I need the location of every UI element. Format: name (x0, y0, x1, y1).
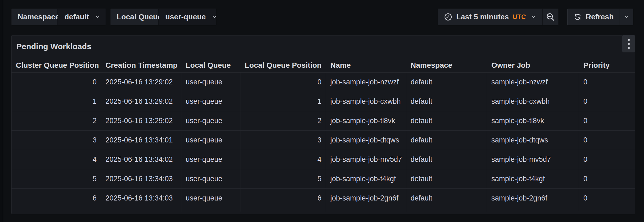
panel-header: Pending Workloads (12, 35, 635, 58)
kebab-dot (628, 39, 630, 41)
namespace-variable-dropdown[interactable]: default (58, 9, 106, 25)
cell-priority: 0 (579, 92, 635, 111)
cell-local-queue: user-queue (181, 73, 240, 92)
cell-priority: 0 (579, 131, 635, 150)
table-row: 62025-06-16 13:34:03user-queue6job-sampl… (12, 189, 635, 208)
cell-name: job-sample-job-dtqws (326, 131, 406, 150)
kebab-dot (628, 47, 630, 49)
namespace-variable-label: Namespace (12, 9, 58, 25)
cell-local-queue: user-queue (181, 131, 240, 150)
cell-name: job-sample-job-tl8vk (326, 111, 406, 130)
cell-local-queue: user-queue (181, 169, 240, 188)
cell-name: job-sample-job-mv5d7 (326, 150, 406, 169)
filler-cell (240, 208, 326, 212)
toolbar-right-group: Last 5 minutes UTC (438, 9, 633, 25)
cell-namespace: default (406, 131, 487, 150)
refresh-interval-dropdown-button[interactable] (620, 9, 633, 25)
cell-local-queue-position: 2 (240, 111, 326, 130)
table-row: 02025-06-16 13:29:02user-queue0job-sampl… (12, 73, 635, 92)
filler-cell (406, 208, 487, 212)
cell-local-queue: user-queue (181, 92, 240, 111)
cell-creation-timestamp: 2025-06-16 13:29:02 (101, 92, 181, 111)
table-body: 02025-06-16 13:29:02user-queue0job-sampl… (12, 73, 635, 212)
timezone-badge: UTC (513, 13, 526, 21)
clock-icon (444, 13, 452, 21)
cell-priority: 0 (579, 150, 635, 169)
refresh-button-label: Refresh (586, 13, 614, 21)
cell-cluster-queue-position: 1 (12, 92, 101, 111)
table-row: 52025-06-16 13:34:03user-queue5job-sampl… (12, 169, 635, 189)
column-header-creation-timestamp[interactable]: Creation Timestamp (101, 58, 181, 72)
refresh-icon (573, 13, 582, 21)
cell-cluster-queue-position: 3 (12, 131, 101, 150)
column-header-cluster-queue-position[interactable]: Cluster Queue Position (12, 58, 101, 72)
cell-namespace: default (406, 73, 487, 92)
cell-name: job-sample-job-2gn6f (326, 189, 406, 208)
table-row: 32025-06-16 13:34:01user-queue3job-sampl… (12, 131, 635, 150)
table-grid-filler (12, 208, 635, 212)
cell-namespace: default (406, 169, 487, 188)
cell-owner-job: sample-job-2gn6f (487, 189, 579, 208)
column-header-namespace[interactable]: Namespace (406, 58, 487, 72)
cell-cluster-queue-position: 6 (12, 189, 101, 208)
cell-namespace: default (406, 150, 487, 169)
cell-local-queue-position: 0 (240, 73, 326, 92)
table-row: 42025-06-16 13:34:02user-queue4job-sampl… (12, 150, 635, 169)
cell-creation-timestamp: 2025-06-16 13:29:02 (101, 111, 181, 130)
column-header-local-queue[interactable]: Local Queue (181, 58, 240, 72)
cell-cluster-queue-position: 5 (12, 169, 101, 188)
cell-name: job-sample-job-t4kgf (326, 169, 406, 188)
local-queue-variable-dropdown[interactable]: user-queue (159, 9, 216, 25)
cell-creation-timestamp: 2025-06-16 13:29:02 (101, 73, 181, 92)
cell-local-queue: user-queue (181, 189, 240, 208)
cell-local-queue-position: 1 (240, 92, 326, 111)
table-row: 12025-06-16 13:29:02user-queue1job-sampl… (12, 92, 635, 111)
local-queue-variable-label: Local Queue (111, 9, 159, 25)
cell-priority: 0 (579, 169, 635, 188)
column-header-local-queue-position[interactable]: Local Queue Position (240, 58, 326, 72)
chevron-down-icon (531, 14, 536, 20)
chevron-down-icon (212, 14, 216, 20)
cell-local-queue: user-queue (181, 150, 240, 169)
time-controls-group: Last 5 minutes UTC (438, 9, 558, 25)
namespace-variable-value: default (64, 13, 89, 21)
local-queue-variable-control: Local Queue user-queue (111, 9, 216, 25)
column-header-priority[interactable]: Priority (579, 58, 635, 72)
page-left-edge (0, 0, 3, 222)
table-header-row: Cluster Queue PositionCreation Timestamp… (12, 58, 635, 73)
cell-name: job-sample-job-nzwzf (326, 73, 406, 92)
filler-cell (579, 208, 635, 212)
cell-owner-job: sample-job-t4kgf (487, 169, 579, 188)
kebab-dot (628, 43, 630, 45)
local-queue-variable-value: user-queue (165, 13, 206, 21)
column-header-owner-job[interactable]: Owner Job (487, 58, 579, 72)
cell-owner-job: sample-job-dtqws (487, 131, 579, 150)
cell-local-queue: user-queue (181, 111, 240, 130)
filler-cell (326, 208, 406, 212)
refresh-button[interactable]: Refresh (568, 9, 620, 25)
cell-owner-job: sample-job-nzwzf (487, 73, 579, 92)
pending-workloads-panel: Pending Workloads Cluster Queue Position… (11, 35, 635, 214)
filler-cell (487, 208, 579, 212)
cell-creation-timestamp: 2025-06-16 13:34:03 (101, 169, 181, 188)
time-range-picker-button[interactable]: Last 5 minutes UTC (438, 9, 542, 25)
filler-cell (181, 208, 240, 212)
magnifier-minus-icon (546, 12, 555, 22)
cell-cluster-queue-position: 4 (12, 150, 101, 169)
workloads-table: Cluster Queue PositionCreation Timestamp… (12, 58, 635, 212)
zoom-out-time-range-button[interactable] (543, 9, 558, 25)
column-header-name[interactable]: Name (326, 58, 406, 72)
cell-namespace: default (406, 111, 487, 130)
cell-priority: 0 (579, 111, 635, 130)
panel-menu-button[interactable] (622, 35, 635, 52)
cell-owner-job: sample-job-mv5d7 (487, 150, 579, 169)
cell-local-queue-position: 5 (240, 169, 326, 188)
refresh-controls-group: Refresh (567, 9, 633, 25)
namespace-variable-control: Namespace default (12, 9, 106, 25)
cell-name: job-sample-job-cxwbh (326, 92, 406, 111)
panel-title: Pending Workloads (16, 42, 91, 51)
dashboard-toolbar: Namespace default Local Queue user-queue… (0, 0, 644, 30)
chevron-down-icon (624, 14, 629, 20)
cell-cluster-queue-position: 2 (12, 111, 101, 130)
cell-creation-timestamp: 2025-06-16 13:34:02 (101, 150, 181, 169)
